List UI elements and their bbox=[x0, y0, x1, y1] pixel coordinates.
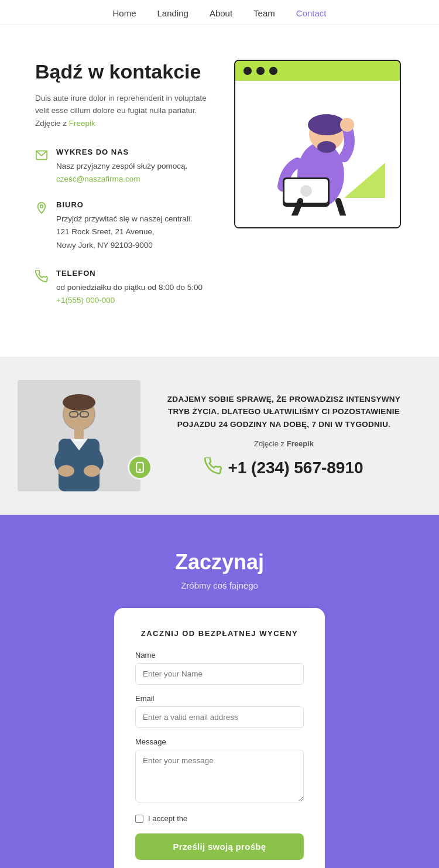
phone-icon bbox=[35, 270, 48, 283]
illustration-box bbox=[234, 60, 401, 228]
message-field-group: Message bbox=[135, 737, 304, 805]
freepik-link[interactable]: Freepik bbox=[69, 119, 95, 128]
form-section-subtitle: Zróbmy coś fajnego bbox=[23, 580, 416, 590]
svg-point-13 bbox=[63, 394, 95, 411]
svg-point-5 bbox=[308, 114, 345, 135]
cta-photo-credit: Zdjęcie z Freepik bbox=[164, 439, 404, 448]
phone-badge-icon bbox=[134, 462, 146, 473]
phone-hours: od poniedziałku do piątku od 8:00 do 5:0… bbox=[56, 281, 203, 295]
email-input[interactable] bbox=[135, 706, 304, 728]
cta-phone-number: +1 (234) 567-8910 bbox=[228, 459, 363, 477]
nav-about[interactable]: About bbox=[210, 8, 232, 18]
cta-phone-icon bbox=[204, 457, 222, 479]
contact-illustration-svg bbox=[251, 93, 385, 216]
contact-title: Bądź w kontakcie bbox=[35, 60, 211, 84]
contact-illustration bbox=[234, 60, 404, 228]
email-field-group: Email bbox=[135, 694, 304, 728]
dot-3 bbox=[269, 67, 277, 75]
contact-phone-content: TELEFON od poniedziałku do piątku od 8:0… bbox=[56, 269, 203, 305]
message-label: Message bbox=[135, 737, 304, 746]
form-section: Zaczynaj Zróbmy coś fajnego ZACZNIJ OD B… bbox=[0, 515, 439, 868]
submit-button[interactable]: Prześlij swoją prośbę bbox=[135, 833, 304, 860]
nav-team[interactable]: Team bbox=[253, 8, 275, 18]
form-section-title: Zaczynaj bbox=[23, 550, 416, 575]
contact-email-item: WYKRES DO NAS Nasz przyjazny zespół służ… bbox=[35, 148, 211, 184]
email-line1: Nasz przyjazny zespół służy pomocą. bbox=[56, 160, 187, 173]
contact-office-item: BIURO Przyjdź przywitać się w naszej cen… bbox=[35, 200, 211, 253]
main-nav: Home Landing About Team Contact bbox=[0, 0, 439, 25]
name-input[interactable] bbox=[135, 663, 304, 685]
message-textarea[interactable] bbox=[135, 750, 304, 802]
illustration-top-bar bbox=[235, 61, 400, 81]
svg-point-22 bbox=[139, 470, 140, 471]
office-line2: 121 Rock Sreet, 21 Avenue, bbox=[56, 225, 193, 239]
svg-marker-2 bbox=[344, 163, 385, 198]
email-heading: WYKRES DO NAS bbox=[56, 148, 187, 156]
svg-point-6 bbox=[317, 141, 336, 153]
email-link[interactable]: cześć@naszafirma.com bbox=[56, 175, 140, 183]
phone-link[interactable]: +1(555) 000-000 bbox=[56, 296, 115, 305]
phone-heading: TELEFON bbox=[56, 269, 203, 278]
svg-point-10 bbox=[340, 118, 354, 132]
svg-point-1 bbox=[40, 204, 43, 207]
email-icon bbox=[35, 149, 48, 162]
accept-row: I accept the bbox=[135, 814, 304, 823]
nav-landing[interactable]: Landing bbox=[157, 8, 188, 18]
form-card-title: ZACZNIJ OD BEZPŁATNEJ WYCENY bbox=[135, 629, 304, 638]
cta-phone-row: +1 (234) 567-8910 bbox=[164, 457, 404, 479]
person-image bbox=[18, 380, 140, 491]
phone-badge bbox=[128, 455, 152, 480]
nav-contact[interactable]: Contact bbox=[296, 8, 327, 18]
cta-person bbox=[18, 380, 146, 491]
contact-info: Bądź w kontakcie Duis aute irure dolor i… bbox=[35, 60, 211, 322]
name-label: Name bbox=[135, 651, 304, 659]
cta-text: ZDAJEMY SOBIE SPRAWĘ, ŻE PROWADZISZ INTE… bbox=[164, 393, 404, 431]
contact-section: Bądź w kontakcie Duis aute irure dolor i… bbox=[0, 25, 439, 357]
dot-1 bbox=[243, 67, 252, 75]
svg-point-9 bbox=[300, 185, 312, 197]
accept-checkbox[interactable] bbox=[135, 815, 143, 823]
form-card: ZACZNIJ OD BEZPŁATNEJ WYCENY Name Email … bbox=[114, 608, 325, 868]
nav-home[interactable]: Home bbox=[113, 8, 136, 18]
cta-section: ZDAJEMY SOBIE SPRAWĘ, ŻE PROWADZISZ INTE… bbox=[0, 357, 439, 515]
accept-label: I accept the bbox=[148, 814, 187, 823]
office-line1: Przyjdź przywitać się w naszej centrali. bbox=[56, 213, 193, 226]
name-field-group: Name bbox=[135, 651, 304, 685]
svg-point-19 bbox=[58, 465, 74, 477]
email-label: Email bbox=[135, 694, 304, 703]
contact-email-content: WYKRES DO NAS Nasz przyjazny zespół służ… bbox=[56, 148, 187, 184]
svg-point-20 bbox=[84, 465, 100, 477]
contact-description: Duis aute irure dolor in reprehenderit i… bbox=[35, 92, 211, 130]
person-silhouette-svg bbox=[44, 392, 114, 491]
illustration-body bbox=[235, 81, 400, 227]
office-line3: Nowy Jork, NY 92103-9000 bbox=[56, 239, 193, 252]
cta-content: ZDAJEMY SOBIE SPRAWĘ, ŻE PROWADZISZ INTE… bbox=[146, 381, 421, 491]
contact-office-content: BIURO Przyjdź przywitać się w naszej cen… bbox=[56, 200, 193, 253]
contact-phone-item: TELEFON od poniedziałku do piątku od 8:0… bbox=[35, 269, 211, 305]
office-heading: BIURO bbox=[56, 200, 193, 209]
dot-2 bbox=[256, 67, 265, 75]
location-icon bbox=[35, 201, 48, 214]
